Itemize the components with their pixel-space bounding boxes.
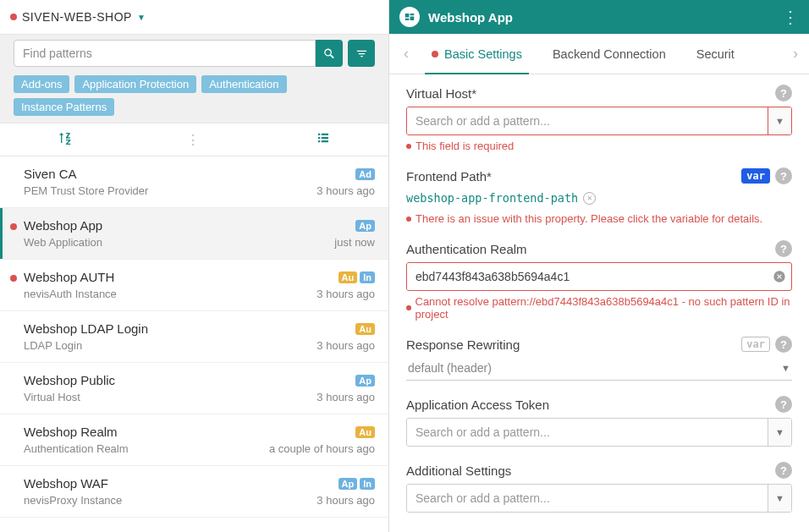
var-badge[interactable]: var: [741, 337, 770, 352]
tab-basic-settings[interactable]: Basic Settings: [416, 34, 537, 74]
filter-chip[interactable]: Instance Patterns: [14, 98, 114, 116]
search-icon: [323, 47, 336, 60]
pattern-subtype: Web Application: [24, 236, 102, 249]
form-body: Virtual Host* ? ▼ This field is required…: [389, 74, 809, 532]
badge-group: AuIn: [338, 271, 375, 283]
chevron-down-icon[interactable]: ▼: [781, 363, 790, 373]
field-error: This field is required: [406, 140, 792, 152]
var-badge[interactable]: var: [741, 168, 770, 184]
field-access-token: Application Access Token ? ▼: [406, 396, 792, 447]
pattern-subtype: nevisProxy Instance: [24, 494, 122, 507]
help-icon[interactable]: ?: [775, 336, 792, 353]
tab-security[interactable]: Securit: [681, 34, 750, 74]
badge-group: Ap: [355, 375, 375, 387]
type-badge: In: [360, 271, 375, 283]
pattern-item[interactable]: Webshop WAFApInnevisProxy Instance3 hour…: [0, 466, 388, 518]
access-token-combo[interactable]: ▼: [406, 418, 792, 447]
field-error: There is an issue with this property. Pl…: [406, 212, 792, 225]
type-badge: Au: [355, 323, 375, 335]
pattern-time: 3 hours ago: [316, 391, 375, 403]
help-icon[interactable]: ?: [775, 462, 792, 479]
field-virtual-host: Virtual Host* ? ▼ This field is required: [406, 85, 792, 152]
field-label: Response Rewriting: [406, 337, 520, 352]
variable-link[interactable]: webshop-app-frontend-path ✕: [406, 191, 596, 205]
help-icon[interactable]: ?: [775, 240, 792, 257]
project-header[interactable]: SIVEN-WEB-SHOP ▼: [0, 0, 388, 34]
detail-title: Webshop App: [428, 10, 513, 25]
chevron-down-icon[interactable]: ▼: [768, 485, 791, 512]
type-badge: Au: [338, 271, 358, 283]
type-badge: Ap: [355, 375, 375, 387]
pattern-time: 3 hours ago: [316, 184, 375, 197]
pattern-time: just now: [334, 236, 375, 249]
badge-group: Au: [355, 323, 375, 335]
type-badge: Ap: [355, 220, 375, 232]
chevron-down-icon[interactable]: ▼: [768, 419, 791, 446]
pattern-name: Webshop Public: [24, 373, 115, 387]
variable-name: webshop-app-frontend-path: [406, 191, 578, 205]
chevron-down-icon[interactable]: ▼: [137, 13, 146, 22]
access-token-input[interactable]: [407, 419, 768, 446]
tab-scroll-right[interactable]: ›: [785, 45, 806, 63]
field-frontend-path: Frontend Path* var ? webshop-app-fronten…: [406, 167, 792, 225]
tab-backend-connection[interactable]: Backend Connection: [537, 34, 681, 74]
filter-chip[interactable]: Application Protection: [74, 75, 196, 93]
pattern-subtype: LDAP Login: [24, 339, 82, 352]
help-icon[interactable]: ?: [775, 396, 792, 413]
type-badge: Ad: [355, 168, 375, 180]
remove-variable-icon[interactable]: ✕: [583, 192, 596, 205]
filter-button[interactable]: [348, 40, 375, 67]
more-vert-icon[interactable]: ⋮: [782, 8, 799, 25]
pattern-name: Webshop WAF: [24, 476, 108, 491]
pattern-item[interactable]: Webshop AppApWeb Applicationjust now: [0, 208, 388, 260]
badge-group: Au: [355, 426, 375, 438]
field-label: Frontend Path*: [406, 169, 492, 184]
pattern-item[interactable]: Webshop LDAP LoginAuLDAP Login3 hours ag…: [0, 311, 388, 363]
tab-scroll-left[interactable]: ‹: [396, 45, 416, 63]
search-input[interactable]: [14, 40, 316, 67]
type-badge: Ap: [338, 478, 358, 490]
clear-icon[interactable]: [768, 263, 791, 290]
pattern-item[interactable]: Webshop RealmAuAuthentication Realma cou…: [0, 414, 388, 466]
auth-realm-combo[interactable]: [406, 262, 792, 291]
more-vert-icon[interactable]: ⋮: [186, 132, 200, 148]
help-icon[interactable]: ?: [775, 167, 792, 184]
field-label: Authentication Realm: [406, 242, 527, 256]
pattern-item[interactable]: Webshop AUTHAuInnevisAuth Instance3 hour…: [0, 260, 388, 311]
pattern-name: Siven CA: [24, 167, 77, 181]
field-auth-realm: Authentication Realm ? Cannot resolve pa…: [406, 240, 792, 321]
help-icon[interactable]: ?: [775, 85, 792, 101]
virtual-host-input[interactable]: [407, 107, 768, 134]
sort-az-icon[interactable]: [58, 131, 71, 148]
field-additional-settings: Additional Settings ? ▼: [406, 462, 792, 513]
list-view-icon[interactable]: [316, 130, 331, 149]
field-error: Cannot resolve pattern://ebd7443f843a638…: [406, 295, 792, 321]
type-badge: Au: [355, 426, 375, 438]
pattern-name: Webshop Realm: [24, 425, 118, 439]
response-rewriting-select[interactable]: default (header) ▼: [406, 358, 792, 381]
chevron-down-icon[interactable]: ▼: [768, 107, 791, 134]
badge-group: Ad: [355, 168, 375, 180]
pattern-subtype: Virtual Host: [24, 391, 80, 403]
pattern-item[interactable]: Siven CAAdPEM Trust Store Provider3 hour…: [0, 156, 388, 208]
filter-chip[interactable]: Add-ons: [14, 75, 69, 93]
virtual-host-combo[interactable]: ▼: [406, 107, 792, 135]
pattern-time: 3 hours ago: [316, 339, 375, 352]
filter-chips: Add-onsApplication ProtectionAuthenticat…: [0, 72, 388, 123]
badge-group: Ap: [355, 220, 375, 232]
additional-input[interactable]: [407, 485, 768, 512]
additional-combo[interactable]: ▼: [406, 484, 792, 513]
pattern-item[interactable]: Webshop PublicApVirtual Host3 hours ago: [0, 363, 388, 414]
error-dot: [10, 223, 17, 230]
pattern-time: 3 hours ago: [316, 288, 375, 300]
tab-label: Securit: [696, 47, 735, 61]
tab-bar: ‹ Basic Settings Backend Connection Secu…: [389, 34, 809, 74]
filter-chip[interactable]: Authentication: [201, 75, 286, 93]
app-icon: [399, 7, 420, 27]
auth-realm-input[interactable]: [407, 263, 768, 290]
pattern-name: Webshop App: [24, 218, 102, 233]
pattern-time: 3 hours ago: [316, 494, 375, 507]
right-panel: Webshop App ⋮ ‹ Basic Settings Backend C…: [389, 0, 809, 532]
pattern-subtype: nevisAuth Instance: [24, 288, 117, 300]
search-button[interactable]: [316, 40, 343, 67]
